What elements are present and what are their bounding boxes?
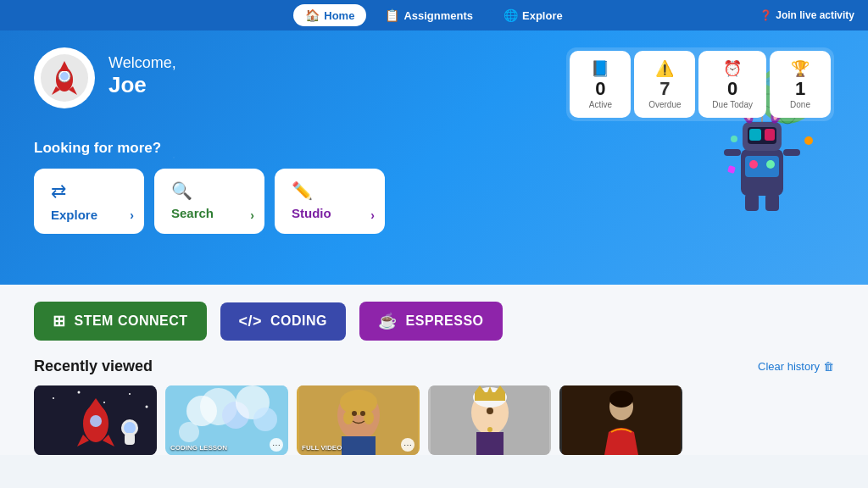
coding-button[interactable]: </> CODING [220,302,347,341]
svg-point-40 [90,415,102,427]
svg-rect-24 [765,194,779,211]
svg-rect-45 [125,433,135,445]
stat-overdue-label: Overdue [648,100,682,109]
nav-assignments[interactable]: 📋 Assignments [373,4,485,26]
svg-point-13 [749,160,758,169]
thumb-2-more[interactable]: ⋯ [270,438,283,452]
svg-point-44 [124,422,136,434]
thumb-2[interactable]: CODING LESSON ⋯ [165,385,288,455]
svg-rect-23 [745,194,759,211]
clear-history-button[interactable]: Clear history 🗑 [758,360,834,373]
stat-due-today-icon: ⏰ [712,59,753,78]
nav-home-label: Home [324,9,354,22]
nav-explore[interactable]: 🌐 Explore [492,4,575,26]
product-bar: ⊞ STEM CONNECT </> CODING ☕ ESPRESSO [0,285,868,358]
svg-point-55 [340,390,377,415]
stat-due-today-value: 0 [712,80,753,98]
svg-rect-25 [727,165,736,174]
search-label: Search [171,206,248,220]
stat-due-today-label: Due Today [712,100,753,109]
join-live-label: Join live activity [776,9,854,21]
svg-rect-60 [342,436,376,455]
svg-point-35 [103,402,105,403]
stat-overdue-icon: ⚠️ [648,59,682,78]
svg-rect-69 [476,432,504,455]
explore-chevron: › [130,208,134,222]
svg-point-3 [60,72,69,80]
stat-done[interactable]: 🏆 1 Done [770,51,831,118]
stem-label: STEM CONNECT [75,313,188,329]
stat-done-label: Done [783,100,817,109]
thumb-3-more[interactable]: ⋯ [401,438,415,452]
svg-point-59 [360,411,365,416]
thumb-3-label: FULL VIDEO [302,444,342,452]
top-navigation: 🏠 Home 📋 Assignments 🌐 Explore ❓ Join li… [0,0,868,30]
join-live-button[interactable]: ❓ Join live activity [760,9,854,21]
avatar-image [39,53,90,103]
thumb-3[interactable]: FULL VIDEO ⋯ [297,385,420,455]
svg-rect-21 [724,149,741,156]
svg-point-14 [766,160,775,169]
avatar [34,47,95,108]
nav-home[interactable]: 🏠 Home [293,4,366,26]
svg-point-27 [731,136,737,142]
stat-due-today[interactable]: ⏰ 0 Due Today [698,51,766,118]
svg-point-68 [487,408,493,414]
stat-active-value: 0 [583,80,617,98]
stats-panel: 📘 0 Active ⚠️ 7 Overdue ⏰ 0 Due Today 🏆 … [566,47,834,121]
stem-icon: ⊞ [53,312,66,330]
trash-icon: 🗑 [823,360,834,373]
svg-rect-17 [749,129,761,141]
welcome-greeting: Welcome, [108,54,176,72]
thumb-1-bg [34,385,157,455]
recently-viewed-section: Recently viewed Clear history 🗑 [0,358,868,455]
thumb-1-image [36,385,155,455]
espresso-label: ESPRESSO [406,313,484,329]
stat-overdue[interactable]: ⚠️ 7 Overdue [634,51,695,118]
thumb-1[interactable] [34,385,157,455]
svg-point-34 [77,391,80,394]
shortcut-studio[interactable]: ✏️ Studio › [275,169,385,234]
svg-point-33 [53,397,54,399]
explore-icon: ⇄ [51,180,127,202]
stem-connect-button[interactable]: ⊞ STEM CONNECT [34,302,207,341]
stat-active[interactable]: 📘 0 Active [570,51,631,118]
welcome-text: Welcome, Joe [108,54,176,98]
espresso-button[interactable]: ☕ ESPRESSO [359,302,503,341]
nav-items: 🏠 Home 📋 Assignments 🌐 Explore [293,4,574,26]
svg-rect-18 [765,129,775,141]
coding-label: CODING [270,313,327,329]
clear-history-label: Clear history [758,360,820,373]
explore-nav-icon: 🌐 [504,8,518,22]
svg-point-58 [352,411,357,416]
thumbnails-row: CODING LESSON ⋯ FULL VIDEO ⋯ [34,385,834,455]
hero-top-row: Welcome, Joe 📘 0 Active ⚠️ 7 Overdue ⏰ 0… [34,47,834,121]
home-icon: 🏠 [305,8,320,22]
shortcut-explore[interactable]: ⇄ Explore › [34,169,144,234]
recently-viewed-title: Recently viewed [34,358,153,375]
thumb-5-image [562,385,681,455]
svg-point-36 [129,393,131,395]
nav-explore-label: Explore [522,9,563,22]
search-icon: 🔍 [171,180,248,201]
thumb-4[interactable] [428,385,551,455]
svg-point-52 [179,422,199,442]
hero-section: Welcome, Joe 📘 0 Active ⚠️ 7 Overdue ⏰ 0… [0,30,868,285]
svg-point-51 [253,408,277,431]
thumb-4-bg [428,385,551,455]
thumb-5-bg [559,385,682,455]
user-name: Joe [108,72,176,98]
stat-overdue-value: 7 [648,80,682,98]
shortcut-search[interactable]: 🔍 Search › [154,169,264,234]
stat-done-icon: 🏆 [783,59,817,78]
recently-viewed-header: Recently viewed Clear history 🗑 [34,358,834,375]
studio-icon: ✏️ [292,180,368,201]
assignments-icon: 📋 [385,8,399,22]
thumb-2-label: CODING LESSON [170,444,227,452]
coding-icon: </> [239,313,263,330]
stat-done-value: 1 [783,80,817,98]
thumb-5[interactable] [559,385,682,455]
svg-point-26 [804,136,813,145]
studio-label: Studio [292,206,368,220]
search-chevron: › [250,208,254,222]
